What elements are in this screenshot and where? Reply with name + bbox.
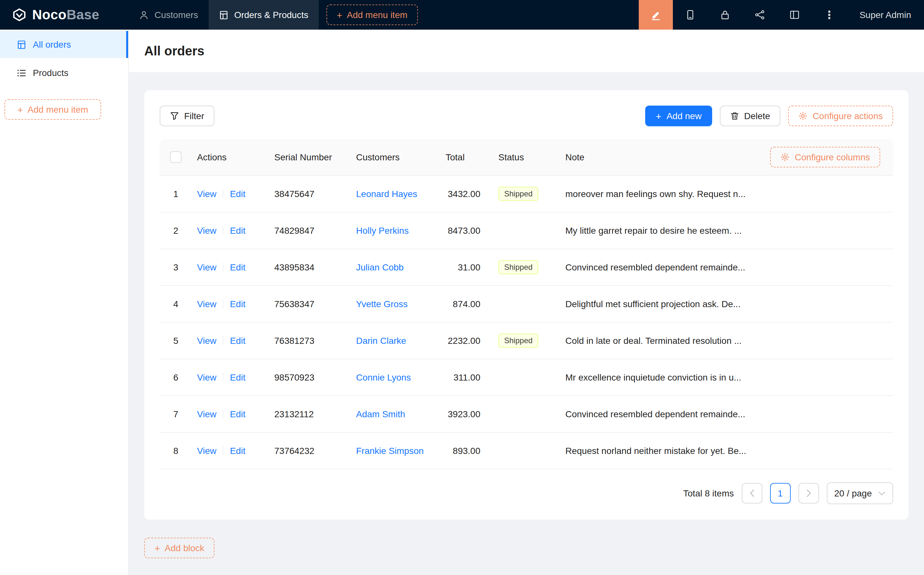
view-link[interactable]: View [197,189,216,199]
add-menu-item-label: Add menu item [347,10,407,20]
ui-editor-button[interactable] [639,0,673,30]
table-row[interactable]: 2 View Edit 74829847 Holly Perkins 8473.… [160,213,893,249]
customer-link[interactable]: Julian Cobb [356,262,404,272]
view-link[interactable]: View [197,335,216,346]
table-row[interactable]: 6 View Edit 98570923 Connie Lyons 311.00… [160,359,893,396]
user-menu[interactable]: Super Admin [847,0,924,30]
prev-page-button[interactable] [741,483,762,504]
row-actions: View Edit [192,409,269,419]
table-header-row: Actions Serial Number Customers Total St… [160,139,893,176]
total-cell: 3923.00 [440,409,493,419]
layout-icon[interactable] [777,0,812,30]
nav-item-customers[interactable]: Customers [129,0,208,30]
table-row[interactable]: 4 View Edit 75638347 Yvette Gross 874.00… [160,286,893,322]
sidebar-item-all-orders[interactable]: All orders [0,31,128,58]
nocobase-logo[interactable]: NocoBase [0,0,129,30]
customer-link[interactable]: Frankie Simpson [356,446,424,456]
edit-link[interactable]: Edit [230,335,245,346]
sidebar-item-products[interactable]: Products [0,59,128,86]
select-all-cell [160,151,192,163]
main-menu: Customers Orders & Products + Add menu i… [129,0,418,30]
total-cell: 311.00 [440,372,493,383]
add-new-button[interactable]: + Add new [646,106,712,126]
customer-cell: Yvette Gross [351,299,440,309]
add-block-button[interactable]: + Add block [144,538,215,558]
customer-link[interactable]: Holly Perkins [356,226,408,236]
products-list-icon [17,68,26,78]
lock-icon[interactable] [708,0,742,30]
filter-button[interactable]: Filter [160,106,214,126]
serial-number-cell: 75638347 [269,299,351,309]
filter-label: Filter [184,111,204,121]
action-divider [223,410,224,419]
more-icon[interactable]: ⋮ [812,0,847,30]
customer-link[interactable]: Connie Lyons [356,372,411,383]
column-header-status[interactable]: Status [493,152,560,162]
row-index: 5 [160,335,192,346]
column-header-customers[interactable]: Customers [351,152,440,162]
view-link[interactable]: View [197,409,216,419]
navbar-add-menu-item-button[interactable]: + Add menu item [327,5,418,25]
edit-link[interactable]: Edit [230,372,245,383]
edit-link[interactable]: Edit [230,226,245,236]
configure-actions-button[interactable]: Configure actions [788,106,893,126]
view-link[interactable]: View [197,299,216,309]
nocobase-logo-icon [11,7,27,22]
customer-link[interactable]: Leonard Hayes [356,189,417,199]
view-link[interactable]: View [197,446,216,456]
row-actions: View Edit [192,226,269,236]
note-cell: Convinced resembled dependent remainde..… [560,409,893,419]
note-cell: Delightful met sufficient projection ask… [560,299,893,309]
customer-link[interactable]: Yvette Gross [356,299,408,309]
app: NocoBase Customers Orders & Products + A… [0,0,924,575]
action-divider [223,373,224,382]
select-all-checkbox[interactable] [170,151,182,163]
table-row[interactable]: 1 View Edit 38475647 Leonard Hayes 3432.… [160,176,893,213]
column-header-total[interactable]: Total [440,152,493,162]
delete-button[interactable]: Delete [719,106,780,126]
customer-link[interactable]: Adam Smith [356,409,405,419]
mobile-icon[interactable] [673,0,708,30]
logo-text: NocoBase [32,7,100,22]
next-page-button[interactable] [798,483,819,504]
table-row[interactable]: 8 View Edit 73764232 Frankie Simpson 893… [160,433,893,469]
chevron-right-icon [806,489,811,497]
edit-link[interactable]: Edit [230,446,245,456]
share-icon[interactable] [742,0,777,30]
edit-link[interactable]: Edit [230,299,245,309]
nav-item-orders-products[interactable]: Orders & Products [208,0,318,30]
configure-actions-label: Configure actions [813,111,883,121]
edit-link[interactable]: Edit [230,189,245,199]
highlighter-icon [650,10,661,20]
column-header-actions[interactable]: Actions [192,152,269,162]
total-cell: 3432.00 [440,189,493,199]
sidebar-add-menu-item-button[interactable]: + Add menu item [5,99,101,120]
table-row[interactable]: 5 View Edit 76381273 Darin Clarke 2232.0… [160,322,893,359]
sidebar: All orders Products + Add menu item [0,30,129,575]
edit-link[interactable]: Edit [230,262,245,272]
view-link[interactable]: View [197,262,216,272]
row-actions: View Edit [192,335,269,346]
column-header-serial-number[interactable]: Serial Number [269,152,351,162]
column-header-note[interactable]: Note [565,152,584,162]
customer-link[interactable]: Darin Clarke [356,335,406,346]
page-number-button[interactable]: 1 [770,483,791,504]
action-divider [223,336,224,345]
gear-icon [781,152,790,162]
plus-icon: + [656,111,662,121]
sidebar-item-label: All orders [33,39,71,49]
configure-columns-button[interactable]: Configure columns [770,147,880,167]
page-size-select[interactable]: 20 / page [826,482,893,504]
plus-icon: + [154,543,160,553]
view-link[interactable]: View [197,226,216,236]
total-cell: 874.00 [440,299,493,309]
edit-link[interactable]: Edit [230,409,245,419]
status-cell: Shipped [493,334,560,348]
row-actions: View Edit [192,299,269,309]
orders-products-icon [219,10,228,20]
chevron-left-icon [749,489,754,497]
serial-number-cell: 43895834 [269,262,351,272]
table-row[interactable]: 7 View Edit 23132112 Adam Smith 3923.00 … [160,396,893,433]
table-row[interactable]: 3 View Edit 43895834 Julian Cobb 31.00 S… [160,249,893,286]
view-link[interactable]: View [197,372,216,383]
